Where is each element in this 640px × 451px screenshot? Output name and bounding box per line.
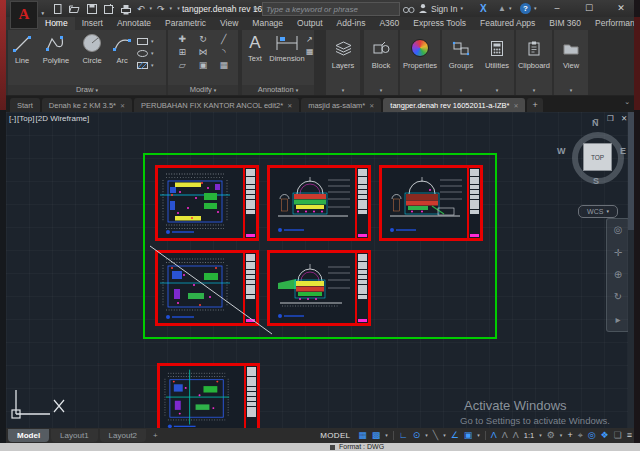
utilities-panel[interactable]: Utilities ▾ xyxy=(480,30,514,95)
osnap-dropdown-icon[interactable]: ▾ xyxy=(477,433,480,438)
viewcube-north[interactable]: N xyxy=(592,118,599,128)
ribbon-tab-insert[interactable]: Insert xyxy=(75,17,110,30)
ortho-mode-icon[interactable]: ∟ xyxy=(399,429,408,442)
close-tab-icon[interactable]: ✕ xyxy=(513,102,518,109)
ribbon-tab-featured-apps[interactable]: Featured Apps xyxy=(473,17,542,30)
view-panel[interactable]: View ▾ xyxy=(554,30,588,95)
redo-dropdown-icon[interactable]: ▾ xyxy=(170,6,173,11)
viewcube-east[interactable]: E xyxy=(620,146,626,156)
ribbon-tab-addins[interactable]: Add-ins xyxy=(330,17,373,30)
modify-panel-label[interactable]: Modify ▾ xyxy=(168,85,238,95)
snap-dropdown-icon[interactable]: ▾ xyxy=(385,433,388,438)
drawing-sheet-elevation-2[interactable] xyxy=(379,165,483,241)
autocad-logo-icon[interactable]: A▾ xyxy=(10,1,38,29)
qat-customize-icon[interactable]: ▾ xyxy=(177,6,180,11)
drawing-sheet-plan-3[interactable] xyxy=(157,363,260,428)
tab-overflow-icon[interactable]: ⌄ xyxy=(624,98,630,106)
file-tab[interactable]: PERUBAHAN FIX KANTOR ANCOL edit2*✕ xyxy=(134,98,299,112)
ribbon-tab-output[interactable]: Output xyxy=(290,17,330,30)
sign-in-area[interactable]: Sign In ▾ xyxy=(418,2,463,15)
block-panel[interactable]: Block ▾ xyxy=(364,30,398,95)
minimize-button[interactable]: – xyxy=(544,0,570,16)
ribbon-tab-express-tools[interactable]: Express Tools xyxy=(406,17,473,30)
search-input[interactable] xyxy=(263,5,399,14)
table-tool-icon[interactable]: ▦ xyxy=(306,47,314,56)
undo-dropdown-icon[interactable]: ▾ xyxy=(150,6,153,11)
search-box[interactable] xyxy=(262,2,400,16)
annotation-visibility-icon[interactable]: Λ xyxy=(491,429,497,442)
exchange-apps-icon[interactable]: X xyxy=(480,3,487,14)
snap-mode-icon[interactable]: ▩ xyxy=(372,429,381,442)
workspace-gear-icon[interactable]: ⚙ xyxy=(547,429,555,442)
title-expand-icon[interactable]: ▶ xyxy=(254,4,259,11)
rotate-tool-icon[interactable]: ↻ xyxy=(195,33,212,45)
ribbon-tab-parametric[interactable]: Parametric xyxy=(158,17,213,30)
model-tab[interactable]: Model xyxy=(8,429,49,442)
search-help-icon[interactable] xyxy=(402,2,415,15)
trim-tool-icon[interactable]: ╱ xyxy=(215,33,232,45)
viewcube-south[interactable]: S xyxy=(593,176,599,186)
file-tab-start[interactable]: Start xyxy=(10,98,40,112)
polar-dropdown-icon[interactable]: ▾ xyxy=(425,433,428,438)
clean-screen-icon[interactable]: ❏ xyxy=(614,429,622,442)
ribbon-tab-view[interactable]: View xyxy=(213,17,245,30)
ribbon-tab-performance[interactable]: Performance xyxy=(588,17,640,30)
workspace-dropdown-icon[interactable]: ▾ xyxy=(560,433,563,438)
ucs-icon[interactable] xyxy=(8,388,72,426)
undo-icon[interactable]: ↶ xyxy=(137,4,145,14)
grid-display-icon[interactable]: ▦ xyxy=(358,429,367,442)
layers-panel[interactable]: Layers ▾ xyxy=(326,30,360,95)
annotation-scale-value[interactable]: 1:1 xyxy=(524,431,534,440)
file-tab[interactable]: Denah ke 2 KM 3.5*✕ xyxy=(42,98,132,112)
fillet-tool-icon[interactable]: ◝ xyxy=(215,46,232,58)
layout1-tab[interactable]: Layout1 xyxy=(51,429,97,442)
object-snap-tracking-icon[interactable]: ∠ xyxy=(451,429,459,442)
sign-in-dropdown-icon[interactable]: ▾ xyxy=(460,6,463,11)
file-tab[interactable]: masjid as-salam*✕ xyxy=(301,98,381,112)
polar-tracking-icon[interactable]: ⊙ xyxy=(413,429,421,442)
isometric-drafting-icon[interactable]: ╲ xyxy=(433,429,438,442)
drawing-sheet-plan-1[interactable] xyxy=(155,165,259,241)
circle-tool[interactable]: Circle xyxy=(76,33,108,65)
maximize-button[interactable]: ☐ xyxy=(576,0,602,16)
units-icon[interactable]: ⌖ xyxy=(578,429,583,442)
viewcube-top-face[interactable]: TOP xyxy=(583,143,612,171)
drawing-sheet-elevation-1[interactable] xyxy=(267,165,371,241)
a360-dropdown-icon[interactable]: ▾ xyxy=(509,6,512,11)
viewport-view-control[interactable]: [Top] xyxy=(17,114,34,123)
help-dropdown-icon[interactable]: ▾ xyxy=(534,6,537,11)
dimension-tool[interactable]: Dimension xyxy=(268,33,306,63)
annotation-autoscale-icon[interactable]: Λ xyxy=(502,429,508,442)
annotation-panel-label[interactable]: Annotation ▾ xyxy=(242,85,314,95)
viewport-minus-control[interactable]: [-] xyxy=(9,114,16,123)
open-file-icon[interactable] xyxy=(68,3,81,15)
isolate-objects-icon[interactable]: ◎ xyxy=(588,429,596,442)
viewcube-west[interactable]: W xyxy=(557,146,566,156)
leader-tool-icon[interactable]: ↗ xyxy=(306,35,314,44)
steering-wheel-icon[interactable]: ◎ xyxy=(614,225,623,235)
annotation-monitor-icon[interactable]: + xyxy=(567,429,572,442)
text-tool[interactable]: A Text xyxy=(242,33,268,63)
polyline-tool[interactable]: Polyline xyxy=(36,33,76,65)
plot-icon[interactable] xyxy=(120,3,132,15)
wcs-menu[interactable]: WCS▾ xyxy=(578,205,618,218)
arc-tool[interactable]: Arc xyxy=(108,33,136,65)
scale-tool-icon[interactable]: ▣ xyxy=(195,59,212,71)
ribbon-tab-bim360[interactable]: BIM 360 xyxy=(542,17,588,30)
customization-icon[interactable]: ≡ xyxy=(627,429,632,442)
groups-panel[interactable]: Groups ▾ xyxy=(442,30,480,95)
properties-panel[interactable]: Properties ▾ xyxy=(400,30,440,95)
close-button[interactable]: ✕ xyxy=(608,0,634,16)
model-space-button[interactable]: MODEL xyxy=(320,431,350,440)
new-tab-button[interactable]: + xyxy=(527,98,542,112)
ellipse-tool[interactable]: ▾ xyxy=(136,49,154,58)
ribbon-tab-manage[interactable]: Manage xyxy=(245,17,290,30)
a360-icon[interactable]: ▲ xyxy=(498,4,506,13)
move-tool-icon[interactable]: ✚ xyxy=(174,33,191,45)
file-tab-active[interactable]: tangper.denah rev 16052011-a-IZB*✕ xyxy=(383,98,525,112)
pan-icon[interactable]: ✛ xyxy=(614,248,622,258)
save-as-icon[interactable] xyxy=(103,3,115,15)
orbit-icon[interactable]: ↻ xyxy=(614,292,622,302)
showmotion-icon[interactable]: ▸ xyxy=(615,315,620,325)
viewport-close-icon[interactable]: ✕ xyxy=(621,114,627,123)
